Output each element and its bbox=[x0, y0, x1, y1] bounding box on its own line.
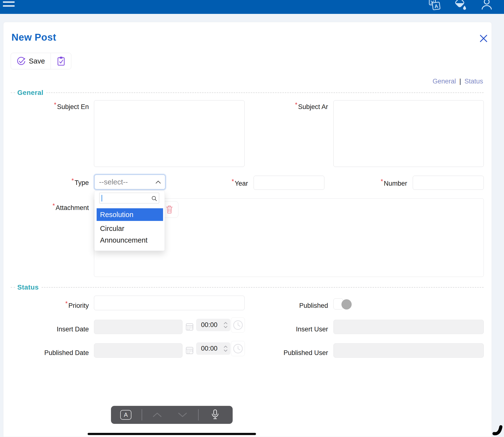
priority-input[interactable] bbox=[94, 296, 245, 310]
divider bbox=[142, 409, 142, 420]
subject-ar-label: *Subject Ar bbox=[295, 103, 328, 111]
keyboard-accessory-bar: A bbox=[111, 406, 233, 424]
menu-icon[interactable] bbox=[3, 1, 15, 9]
microphone-icon[interactable] bbox=[211, 409, 219, 420]
screen: A New Post Save bbox=[0, 0, 504, 437]
required-marker: * bbox=[54, 101, 56, 108]
clock-icon bbox=[233, 320, 243, 330]
status-legend-label: Status bbox=[17, 283, 42, 291]
published-toggle[interactable] bbox=[333, 298, 352, 310]
save-button-label: Save bbox=[29, 57, 45, 65]
published-date-label: Published Date bbox=[44, 349, 89, 357]
published-user-input[interactable] bbox=[333, 343, 484, 358]
nav-link-general[interactable]: General bbox=[433, 78, 456, 85]
published-time-value: 00:00 bbox=[201, 345, 224, 352]
nav-link-status[interactable]: Status bbox=[464, 78, 483, 85]
general-section-legend: General bbox=[11, 89, 484, 97]
ink-stroke bbox=[491, 423, 504, 436]
format-key[interactable]: A bbox=[120, 410, 131, 420]
divider bbox=[198, 409, 199, 420]
published-label: Published bbox=[299, 302, 328, 309]
check-circle-icon bbox=[17, 56, 26, 66]
published-user-label: Published User bbox=[283, 349, 328, 357]
insert-time-value: 00:00 bbox=[201, 321, 224, 329]
type-search-input[interactable] bbox=[99, 193, 159, 203]
insert-date-input[interactable] bbox=[94, 320, 182, 334]
calendar-icon[interactable] bbox=[186, 346, 193, 354]
spinner-arrows-icon bbox=[224, 321, 228, 329]
spinner-arrows-icon bbox=[224, 345, 228, 352]
required-marker: * bbox=[295, 101, 297, 108]
insert-user-input[interactable] bbox=[333, 320, 484, 334]
number-label: *Number bbox=[381, 180, 407, 187]
nav-separator: | bbox=[459, 78, 461, 85]
required-marker: * bbox=[232, 178, 234, 185]
toggle-knob bbox=[342, 299, 352, 309]
year-label: *Year bbox=[232, 180, 248, 187]
fill-color-icon[interactable] bbox=[453, 0, 467, 12]
chevron-up-icon[interactable] bbox=[152, 412, 162, 417]
priority-label: *Priority bbox=[65, 302, 89, 309]
new-post-card: New Post Save General bbox=[3, 22, 492, 437]
type-select[interactable]: --select-- bbox=[94, 174, 166, 190]
translate-icon[interactable]: A bbox=[428, 0, 441, 12]
type-option-resolution[interactable]: Resolution bbox=[97, 208, 163, 221]
type-option-announcement[interactable]: Announcement bbox=[97, 235, 163, 246]
published-date-input[interactable] bbox=[94, 343, 182, 358]
subject-en-textarea[interactable] bbox=[94, 100, 245, 167]
insert-date-label: Insert Date bbox=[57, 326, 89, 333]
save-button-group: Save bbox=[11, 53, 71, 69]
attachment-label: *Attachment bbox=[52, 204, 89, 212]
type-label: *Type bbox=[71, 179, 89, 187]
search-icon bbox=[151, 196, 157, 201]
required-marker: * bbox=[52, 202, 55, 209]
type-option-circular[interactable]: Circular bbox=[97, 223, 163, 234]
save-template-button[interactable] bbox=[51, 53, 71, 69]
save-button[interactable]: Save bbox=[11, 53, 50, 69]
published-time-clock-button[interactable] bbox=[231, 341, 245, 356]
subject-ar-textarea[interactable] bbox=[333, 100, 484, 167]
insert-time-clock-button[interactable] bbox=[231, 317, 245, 333]
close-icon[interactable] bbox=[479, 34, 488, 43]
subject-en-label: *Subject En bbox=[54, 103, 89, 111]
general-legend-label: General bbox=[17, 89, 46, 97]
text-cursor bbox=[101, 195, 102, 201]
published-time-spinner[interactable]: 00:00 bbox=[196, 342, 231, 355]
section-nav: General | Status bbox=[433, 78, 483, 85]
required-marker: * bbox=[71, 177, 74, 184]
required-marker: * bbox=[381, 178, 383, 185]
chevron-down-icon[interactable] bbox=[177, 412, 188, 417]
type-select-placeholder: --select-- bbox=[99, 178, 155, 186]
status-section-legend: Status bbox=[11, 283, 484, 291]
home-indicator[interactable] bbox=[88, 433, 256, 435]
type-dropdown-panel: Resolution Circular Announcement bbox=[94, 191, 165, 251]
chevron-up-icon bbox=[155, 180, 161, 184]
svg-text:A: A bbox=[434, 3, 439, 9]
required-marker: * bbox=[65, 300, 68, 307]
number-input[interactable] bbox=[413, 176, 484, 190]
page-title: New Post bbox=[11, 32, 56, 43]
clipboard-check-icon bbox=[57, 56, 65, 66]
year-input[interactable] bbox=[253, 176, 324, 190]
calendar-icon[interactable] bbox=[186, 322, 193, 331]
clock-icon bbox=[233, 343, 243, 354]
insert-user-label: Insert User bbox=[296, 326, 328, 333]
user-icon[interactable] bbox=[480, 0, 494, 12]
trash-icon bbox=[166, 205, 173, 214]
insert-time-spinner[interactable]: 00:00 bbox=[196, 319, 231, 331]
top-app-bar: A bbox=[0, 0, 504, 14]
